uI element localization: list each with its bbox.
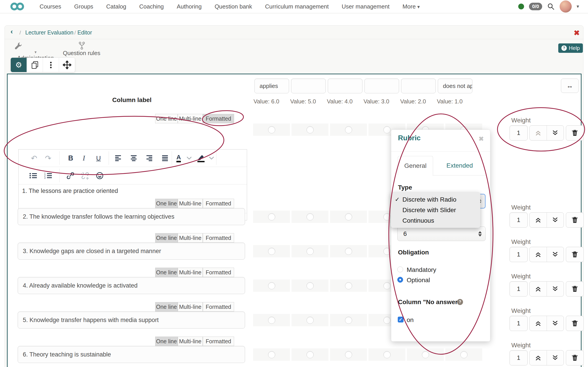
move-up-button[interactable]: [530, 350, 547, 365]
rating-radio[interactable]: [306, 213, 314, 220]
weight-input[interactable]: 1: [509, 125, 528, 141]
tab-multi-line[interactable]: Multi-line: [178, 302, 203, 311]
scale-input-5[interactable]: [291, 79, 326, 93]
delete-row-button[interactable]: [566, 212, 584, 228]
nav-item-courses[interactable]: Courses: [40, 3, 61, 10]
brand-logo[interactable]: [9, 1, 29, 11]
help-button[interactable]: ? Help: [558, 43, 583, 53]
tab-general[interactable]: General: [398, 156, 433, 175]
breadcrumb-lecturer-evaluation[interactable]: Lecturer Evaluation: [25, 29, 73, 36]
question-rules-button[interactable]: Question rules: [62, 42, 102, 57]
numbered-list-icon[interactable]: 1 2 3: [44, 172, 52, 179]
tab-formatted[interactable]: Formatted: [203, 268, 234, 277]
delete-row-button[interactable]: [566, 350, 584, 366]
tab-multi-line[interactable]: Multi-line: [178, 268, 203, 277]
notification-count-badge[interactable]: 0/0: [529, 3, 542, 10]
move-down-button[interactable]: [547, 125, 564, 140]
move-up-button[interactable]: [530, 316, 547, 331]
move-down-button[interactable]: [547, 350, 564, 365]
move-down-button[interactable]: [547, 316, 564, 331]
align-center-icon[interactable]: [131, 155, 137, 161]
rating-radio[interactable]: [306, 248, 314, 255]
question-input[interactable]: 5. Knowledge transfer happens with media…: [18, 311, 245, 328]
nav-item-groups[interactable]: Groups: [74, 3, 93, 10]
type-option-discrete-with-slider[interactable]: Discrete with Slider: [391, 205, 480, 215]
rating-radio[interactable]: [268, 126, 275, 133]
scale-input-2[interactable]: [401, 79, 436, 93]
search-icon[interactable]: [547, 3, 555, 10]
question-input[interactable]: 2. The knowledge transfer follows the le…: [18, 208, 245, 225]
rating-radio[interactable]: [345, 248, 352, 255]
nav-item-authoring[interactable]: Authoring: [177, 3, 202, 10]
no-answer-checkbox[interactable]: ✓: [398, 317, 403, 323]
rating-radio[interactable]: [306, 282, 314, 289]
tab-one-line[interactable]: One line: [155, 337, 178, 346]
back-chevron-icon[interactable]: ‹: [10, 27, 13, 36]
rating-radio[interactable]: [422, 351, 429, 358]
rating-radio[interactable]: [268, 213, 275, 220]
settings-button[interactable]: ⚙: [11, 58, 27, 72]
more-options-button[interactable]: [43, 58, 59, 72]
move-down-button[interactable]: [547, 282, 564, 296]
tab-formatted[interactable]: Formatted: [203, 302, 234, 311]
rating-radio[interactable]: [460, 351, 467, 358]
rating-radio[interactable]: [306, 317, 314, 324]
rating-radio[interactable]: [383, 317, 391, 324]
align-right-icon[interactable]: [146, 155, 153, 161]
rating-radio[interactable]: [383, 126, 391, 133]
tab-one-line[interactable]: One line: [155, 114, 178, 123]
bold-icon[interactable]: B: [68, 154, 73, 162]
rating-radio[interactable]: [345, 317, 352, 324]
question-input[interactable]: 3. Knowledge gaps are closed in a target…: [18, 242, 245, 259]
emoji-icon[interactable]: [96, 172, 104, 180]
popup-close-icon[interactable]: ✖: [479, 135, 484, 142]
weight-input[interactable]: 1: [509, 247, 528, 262]
delete-row-button[interactable]: [566, 247, 584, 262]
unlink-icon[interactable]: [81, 172, 89, 180]
scale-input-6[interactable]: applies: [254, 79, 289, 93]
tab-multi-line[interactable]: Multi-line: [178, 337, 203, 346]
columns-select[interactable]: 6: [397, 226, 486, 241]
move-up-button[interactable]: [530, 247, 547, 262]
duplicate-button[interactable]: [27, 58, 43, 72]
underline-icon[interactable]: U: [96, 154, 101, 162]
user-avatar[interactable]: [560, 0, 572, 13]
tab-formatted[interactable]: Formatted: [203, 233, 234, 242]
tab-multi-line[interactable]: Multi-line: [178, 233, 203, 242]
rating-radio[interactable]: [306, 351, 314, 358]
rating-radio[interactable]: [268, 282, 275, 289]
bullet-list-icon[interactable]: [29, 172, 37, 179]
nav-item-more[interactable]: More ▾: [403, 3, 420, 10]
delete-row-button[interactable]: [566, 125, 584, 141]
scale-input-3[interactable]: [364, 79, 399, 93]
tab-multi-line[interactable]: Multi-line: [178, 199, 203, 208]
move-up-button[interactable]: [530, 213, 547, 227]
rating-radio[interactable]: [268, 248, 275, 255]
question-input[interactable]: 4. Already available knowledge is activa…: [18, 277, 245, 294]
breadcrumb-editor[interactable]: Editor: [77, 29, 92, 36]
rating-radio[interactable]: [345, 126, 352, 133]
tab-multi-line[interactable]: Multi-line: [178, 114, 203, 123]
no-answer-help-icon[interactable]: ?: [457, 299, 463, 305]
undo-icon[interactable]: ↶: [31, 154, 37, 163]
weight-input[interactable]: 1: [509, 212, 528, 228]
type-option-continuous[interactable]: Continuous: [391, 215, 480, 226]
tab-formatted[interactable]: Formatted: [203, 337, 234, 346]
rating-radio[interactable]: [306, 126, 314, 133]
highlight-color-icon[interactable]: [196, 154, 205, 163]
radio-mandatory[interactable]: [397, 267, 403, 272]
tab-one-line[interactable]: One line: [155, 233, 178, 242]
link-icon[interactable]: [66, 172, 74, 180]
rating-radio[interactable]: [383, 351, 391, 358]
redo-icon[interactable]: ↷: [45, 154, 51, 163]
rating-radio[interactable]: [345, 351, 352, 358]
align-justify-icon[interactable]: [162, 155, 168, 161]
rating-radio[interactable]: [345, 213, 352, 220]
move-up-button[interactable]: [530, 125, 547, 140]
rating-radio[interactable]: [268, 351, 275, 358]
resize-columns-button[interactable]: ↔: [561, 79, 579, 93]
type-option-discrete-with-radio[interactable]: Discrete with Radio✓: [391, 194, 480, 205]
delete-row-button[interactable]: [566, 316, 584, 331]
question-input[interactable]: 6. Theory teaching is sustainable: [18, 346, 245, 363]
nav-item-curriculum-management[interactable]: Curriculum management: [265, 3, 329, 10]
